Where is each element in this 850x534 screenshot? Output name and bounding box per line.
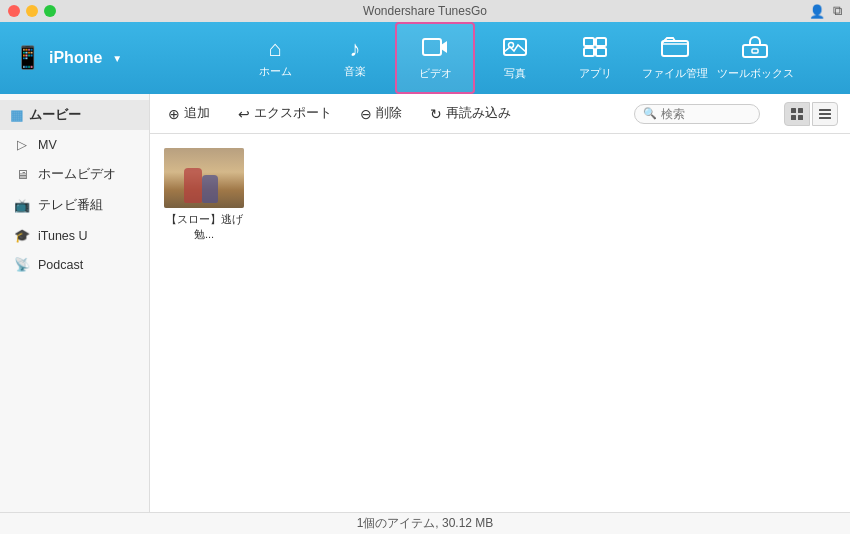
nav-item-files[interactable]: ファイル管理 [635, 22, 715, 94]
user-icon[interactable]: 👤 [809, 4, 825, 19]
svg-rect-5 [584, 48, 594, 56]
title-bar-right: 👤 ⧉ [809, 3, 842, 19]
toolbox-icon [741, 36, 769, 62]
main-area: ▦ ムービー ▷ MV 🖥 ホームビデオ 📺 テレビ番組 🎓 iTunes U … [0, 94, 850, 512]
svg-rect-1 [504, 39, 526, 55]
file-label: 【スロー】逃げ勉... [164, 212, 244, 242]
nav-item-photo[interactable]: 写真 [475, 22, 555, 94]
maximize-button[interactable] [44, 5, 56, 17]
photo-icon [503, 36, 527, 62]
delete-label: 削除 [376, 105, 402, 122]
reload-label: 再読み込み [446, 105, 511, 122]
sidebar-item-label-itunes-u: iTunes U [38, 229, 88, 243]
tv-icon: 📺 [14, 198, 30, 213]
sidebar-item-label-mv: MV [38, 138, 57, 152]
svg-rect-4 [596, 38, 606, 46]
file-item[interactable]: 【スロー】逃げ勉... [164, 148, 244, 242]
device-dropdown-arrow[interactable]: ▼ [112, 53, 122, 64]
svg-rect-12 [791, 115, 796, 120]
svg-rect-15 [819, 113, 831, 115]
add-icon: ⊕ [168, 106, 180, 122]
nav-label-music: 音楽 [344, 64, 366, 79]
svg-rect-6 [596, 48, 606, 56]
status-bar: 1個のアイテム, 30.12 MB [0, 512, 850, 534]
sidebar-item-tv[interactable]: 📺 テレビ番組 [0, 190, 149, 221]
nav-label-home: ホーム [259, 64, 292, 79]
nav-label-photo: 写真 [504, 66, 526, 81]
sidebar-section-label: ムービー [29, 106, 81, 124]
podcast-icon: 📡 [14, 257, 30, 272]
svg-rect-8 [743, 45, 767, 57]
nav-bar: ⌂ ホーム ♪ 音楽 ビデオ [180, 22, 850, 94]
search-input[interactable] [661, 107, 751, 121]
video-icon [422, 36, 448, 62]
sidebar-item-podcast[interactable]: 📡 Podcast [0, 250, 149, 279]
sidebar-item-label-podcast: Podcast [38, 258, 83, 272]
sidebar: ▦ ムービー ▷ MV 🖥 ホームビデオ 📺 テレビ番組 🎓 iTunes U … [0, 94, 150, 512]
device-name: iPhone [49, 49, 102, 67]
svg-rect-14 [819, 109, 831, 111]
close-button[interactable] [8, 5, 20, 17]
nav-label-apps: アプリ [579, 66, 612, 81]
window-icon[interactable]: ⧉ [833, 3, 842, 19]
svg-rect-13 [798, 115, 803, 120]
sidebar-item-label-home-video: ホームビデオ [38, 166, 116, 183]
export-label: エクスポート [254, 105, 332, 122]
add-button[interactable]: ⊕ 追加 [162, 102, 216, 125]
content-toolbar: ⊕ 追加 ↩ エクスポート ⊖ 削除 ↻ 再読み込み 🔍 [150, 94, 850, 134]
mv-icon: ▷ [14, 137, 30, 152]
window-controls[interactable] [8, 5, 56, 17]
home-icon: ⌂ [268, 38, 281, 60]
svg-rect-3 [584, 38, 594, 46]
svg-rect-11 [798, 108, 803, 113]
add-label: 追加 [184, 105, 210, 122]
content-area: ⊕ 追加 ↩ エクスポート ⊖ 削除 ↻ 再読み込み 🔍 [150, 94, 850, 512]
status-text: 1個のアイテム, 30.12 MB [357, 515, 494, 532]
export-button[interactable]: ↩ エクスポート [232, 102, 338, 125]
music-icon: ♪ [350, 38, 361, 60]
nav-label-toolbox: ツールボックス [717, 66, 794, 81]
apps-icon [583, 36, 607, 62]
svg-rect-10 [791, 108, 796, 113]
device-section[interactable]: 📱 iPhone ▼ [0, 45, 180, 71]
export-icon: ↩ [238, 106, 250, 122]
nav-label-files: ファイル管理 [642, 66, 708, 81]
grid-view-button[interactable] [784, 102, 810, 126]
search-icon: 🔍 [643, 107, 657, 120]
delete-icon: ⊖ [360, 106, 372, 122]
list-view-button[interactable] [812, 102, 838, 126]
view-toggle [784, 102, 838, 126]
movies-section-icon: ▦ [10, 107, 23, 123]
itunes-u-icon: 🎓 [14, 228, 30, 243]
sidebar-section-movies[interactable]: ▦ ムービー [0, 100, 149, 130]
nav-item-home[interactable]: ⌂ ホーム [235, 22, 315, 94]
nav-item-toolbox[interactable]: ツールボックス [715, 22, 795, 94]
app-title: Wondershare TunesGo [363, 4, 487, 18]
file-area: 【スロー】逃げ勉... [150, 134, 850, 512]
reload-button[interactable]: ↻ 再読み込み [424, 102, 517, 125]
nav-item-video[interactable]: ビデオ [395, 22, 475, 94]
svg-rect-0 [423, 39, 441, 55]
svg-rect-9 [752, 49, 758, 53]
delete-button[interactable]: ⊖ 削除 [354, 102, 408, 125]
sidebar-item-mv[interactable]: ▷ MV [0, 130, 149, 159]
nav-label-video: ビデオ [419, 66, 452, 81]
device-icon: 📱 [14, 45, 41, 71]
nav-item-music[interactable]: ♪ 音楽 [315, 22, 395, 94]
header: 📱 iPhone ▼ ⌂ ホーム ♪ 音楽 ビデオ [0, 22, 850, 94]
title-bar: Wondershare TunesGo 👤 ⧉ [0, 0, 850, 22]
file-thumbnail [164, 148, 244, 208]
svg-rect-16 [819, 117, 831, 119]
sidebar-item-label-tv: テレビ番組 [38, 197, 103, 214]
search-box[interactable]: 🔍 [634, 104, 760, 124]
files-icon [661, 36, 689, 62]
nav-item-apps[interactable]: アプリ [555, 22, 635, 94]
home-video-icon: 🖥 [14, 167, 30, 182]
reload-icon: ↻ [430, 106, 442, 122]
sidebar-item-itunes-u[interactable]: 🎓 iTunes U [0, 221, 149, 250]
minimize-button[interactable] [26, 5, 38, 17]
sidebar-item-home-video[interactable]: 🖥 ホームビデオ [0, 159, 149, 190]
